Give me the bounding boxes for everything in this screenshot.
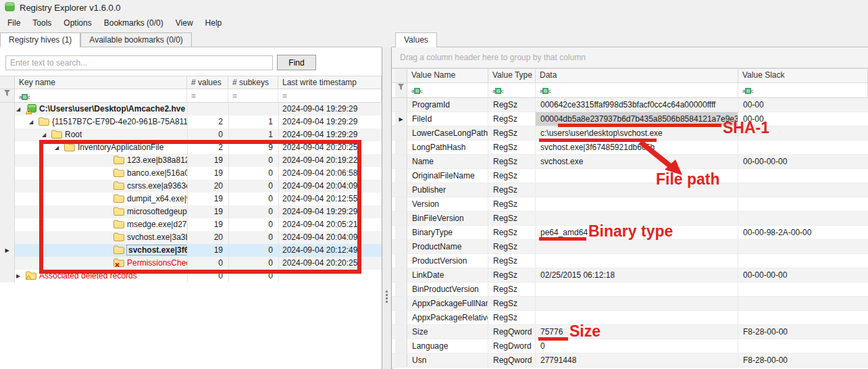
pane-splitter[interactable] [382, 47, 392, 369]
value-name-cell: Version [407, 197, 488, 211]
tree-filter-row: aBc=== [0, 89, 382, 103]
value-slack-cell [738, 141, 868, 154]
menu-item-tools[interactable]: Tools [26, 15, 57, 31]
values-row[interactable]: AppxPackageRelativeIdRegSz [392, 311, 868, 325]
tab-registry-hives[interactable]: Registry hives (1) [0, 32, 80, 47]
tree-values-cell: 2 [187, 116, 228, 128]
menu-item-bookmarks[interactable]: Bookmarks (0/0) [98, 15, 170, 31]
tree-row-indicator [0, 270, 15, 282]
group-by-bar[interactable]: Drag a column header here to group by th… [392, 47, 868, 68]
tree-filter-cell[interactable]: = [228, 89, 278, 102]
tree-row[interactable]: dumpit_x64.exe|992252fdb3743...1902024-0… [0, 193, 382, 205]
tree-row[interactable]: ▶svchost.exe|3f67485921db...1902024-09-0… [0, 244, 382, 257]
menu-bar: FileToolsOptionsBookmarks (0/0)ViewHelp [0, 15, 868, 31]
find-button[interactable]: Find [277, 55, 316, 70]
values-row-indicator [395, 254, 407, 268]
tab-available-bookmarks[interactable]: Available bookmarks (0/0) [80, 32, 192, 47]
tree-subkeys-cell: 0 [228, 218, 278, 231]
tab-values[interactable]: Values [395, 32, 437, 47]
values-column-header-value-type[interactable]: Value Type [488, 69, 536, 82]
tree-row[interactable]: ◢Root012024-09-04 19:29:29 [0, 128, 382, 141]
tree-filter-cell[interactable]: aBc [15, 89, 187, 102]
tree-subkeys-cell [228, 103, 278, 116]
values-row[interactable]: LowerCaseLongPathRegSzc:\users\user\desk… [392, 126, 868, 141]
tree-row[interactable]: csrss.exe|a9363ee544229f112002024-09-04 … [0, 180, 382, 193]
values-row[interactable]: BinaryTypeRegSzpe64_amd6400-00-98-2A-00-… [392, 226, 868, 240]
values-row[interactable]: NameRegSzsvchost.exe00-00-00-00 [392, 155, 868, 169]
tree-column-header--subkeys[interactable]: # subkeys [228, 76, 278, 89]
tree-expander-icon[interactable]: ◢ [16, 106, 20, 112]
values-filter-cell[interactable]: aBc [488, 83, 536, 97]
values-row[interactable]: LanguageRegDword0 [392, 339, 868, 353]
values-row[interactable]: BinFileVersionRegSz [392, 212, 868, 226]
tree-row[interactable]: ◢C:\Users\user\Desktop\Amcache2.hve2024-… [0, 103, 382, 116]
tree-expander-icon[interactable]: ◢ [42, 132, 46, 138]
abc-filter-icon: aBc [19, 94, 30, 100]
tree-row[interactable]: ◢{11517B7C-E79D-4e20-961B-75A811715...21… [0, 116, 382, 128]
values-row[interactable]: ProductNameRegSz [392, 240, 868, 254]
tree-expander-icon[interactable]: ◢ [29, 119, 33, 125]
tree-timestamp-cell: 2024-09-04 20:20:25 [278, 141, 382, 154]
tree-key-name: csrss.exe|a9363ee544229f11 [127, 181, 187, 191]
value-name-cell: BinProductVersion [407, 282, 488, 296]
values-row[interactable]: PublisherRegSz [392, 183, 868, 197]
tree-row[interactable]: ▶Associated deleted records00 [0, 270, 382, 282]
tree-timestamp-cell: 2024-09-04 20:20:25 [278, 257, 382, 270]
tree-timestamp-cell: 2024-09-04 20:19:22 [278, 154, 382, 167]
tree-column-header-key-name[interactable]: Key name [15, 76, 187, 89]
values-column-header-value-name[interactable]: Value Name [407, 69, 488, 82]
values-row[interactable]: UsnRegQword27791448F8-28-00-00 [392, 353, 868, 368]
tree-timestamp-cell: 2024-09-04 19:29:29 [278, 128, 382, 141]
tree-row[interactable]: 123.exe|b38a8125a2dad9781902024-09-04 20… [0, 154, 382, 167]
menu-item-help[interactable]: Help [199, 15, 228, 31]
tree-values-cell: 19 [187, 218, 228, 231]
menu-item-options[interactable]: Options [57, 15, 97, 31]
values-row[interactable]: LinkDateRegSz02/25/2015 06:12:1800-00-00… [392, 268, 868, 282]
tree-expander-icon[interactable]: ◢ [55, 145, 59, 151]
value-slack-cell [738, 183, 868, 197]
tree-values-cell: 0 [187, 257, 228, 270]
tree-row[interactable]: ◢InventoryApplicationFile292024-09-04 20… [0, 141, 382, 154]
tree-values-cell: 0 [187, 270, 228, 282]
tree-filter-cell[interactable]: = [278, 89, 382, 102]
tree-filter-cell[interactable]: = [187, 89, 228, 102]
tree-expander-icon[interactable]: ▶ [16, 273, 20, 279]
values-row-indicator: ▶ [395, 112, 407, 126]
values-filter-cell[interactable]: aBc [536, 83, 738, 97]
values-row[interactable]: ProgramIdRegSz000642ce3315ffaf998d53bfac… [392, 98, 868, 112]
values-row[interactable]: VersionRegSz [392, 197, 868, 212]
value-type-cell: RegSz [488, 226, 536, 239]
value-name-cell: ProductVersion [407, 254, 488, 268]
values-row[interactable]: AppxPackageFullNameRegSz [392, 297, 868, 311]
values-column-header-data[interactable]: Data [536, 69, 738, 82]
menu-item-view[interactable]: View [170, 15, 199, 31]
value-slack-cell: 00-00-98-2A-00-00 [738, 226, 868, 239]
value-data-cell [536, 169, 738, 182]
value-slack-cell [738, 212, 868, 225]
values-row[interactable]: LongPathHashRegSzsvchost.exe|3f67485921d… [392, 141, 868, 155]
tree-row[interactable]: msedge.exe|d27b57360cd4a4cf1902024-09-04… [0, 218, 382, 231]
value-name-cell: ProductName [407, 240, 488, 253]
menu-item-file[interactable]: File [1, 15, 26, 31]
tree-row[interactable]: svchost.exe|3a3b9820ea882eb42002024-09-0… [0, 231, 382, 244]
values-row[interactable]: ▶FileIdRegSz00004db5a8e237937b6d7b435a85… [392, 112, 868, 126]
values-filter-cell[interactable]: aBc [738, 83, 868, 97]
values-row-indicator [395, 353, 407, 367]
values-row[interactable]: SizeRegQword75776F8-28-00-00 [392, 325, 868, 339]
tree-row[interactable]: PermissionsCheckTestKey002024-09-04 20:2… [0, 257, 382, 270]
tree-row[interactable]: banco.exe|516a09bf2f0b23a21902024-09-04 … [0, 167, 382, 180]
values-row[interactable]: ProductVersionRegSz [392, 254, 868, 268]
tree-subkeys-cell: 0 [228, 180, 278, 193]
values-filter-cell[interactable]: aBc [407, 83, 488, 97]
tree-key-cell: msedge.exe|d27b57360cd4a4cf [15, 218, 187, 231]
tree-column-header--values[interactable]: # values [187, 76, 228, 89]
values-row-indicator [395, 141, 407, 154]
tree-row[interactable]: microsoftedgeupd|84bcd64699b1...1902024-… [0, 205, 382, 218]
tree-column-header-last-write-timestamp[interactable]: Last write timestamp [278, 76, 382, 89]
tree-timestamp-cell: 2024-09-04 19:29:29 [278, 116, 382, 128]
values-row[interactable]: BinProductVersionRegSz [392, 282, 868, 297]
values-row[interactable]: OriginalFileNameRegSz [392, 169, 868, 183]
value-data-cell [536, 183, 738, 197]
search-input[interactable] [5, 55, 273, 70]
values-column-header-value-slack[interactable]: Value Slack [738, 69, 868, 82]
